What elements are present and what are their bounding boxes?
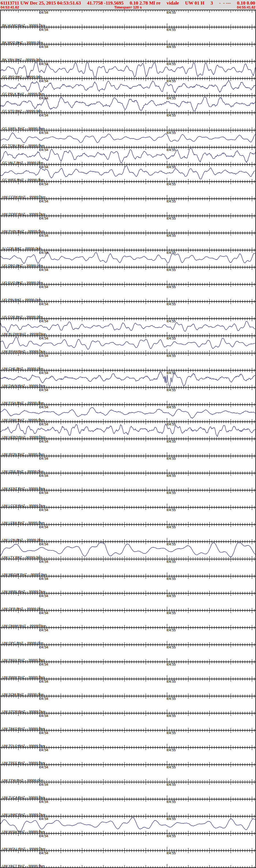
trace-row: 04:54 04:55 UW GNW BHZ -- 99999.0km <box>1 404 255 422</box>
trace-row: 04:54 04:55 UW STOR BHZ -- 99999.0km <box>1 696 255 713</box>
station-label: UW TUCA BHZ -- 99999.0km <box>2 796 45 799</box>
trace-row: 04:54 04:55 HW CCRK BHZ -- 99999.0km <box>1 181 255 198</box>
trace-row: 04:54 04:55 UO EUO BHZ -- 99999.0km <box>1 267 255 284</box>
station-label: HW CCRK BHZ -- 99999.0km <box>2 195 46 199</box>
trace-row: 04:54 04:55 UW TAKO BHZ -- 99999.0km <box>1 713 255 730</box>
trace-row: 04:54 04:55 UW YACT BHZ -- 99999.0km <box>1 850 255 867</box>
station-label: US COR BHZ -- 99999.0km <box>2 315 43 319</box>
station-label: HW DDRF BHZ -- 99999.0km <box>2 212 45 216</box>
trace-row: 04:54 04:55 HW PHIN BHZ -- 99999.0km <box>1 216 255 233</box>
trace-row: 04:54 04:55 UW IZEE BHZ -- 99999.0km <box>1 456 255 473</box>
header-bar: 61113711 UW Dec 25, 2015 04:53:51.6341.7… <box>0 0 256 10</box>
station-label: UO DBO BHZ -- 99999.0km <box>2 264 43 267</box>
trace-row: 04:54 04:55 BK HUMO BHZ -- 99999.0km <box>1 10 255 27</box>
trace-row: 04:54 04:55 UW CHE BHZ -- 99999.0km <box>1 353 255 370</box>
station-label: UW LEBA BHZ -- 99999.0km <box>2 521 44 525</box>
station-label: UW TOLO BHZ -- 99999.0km <box>2 744 45 747</box>
event-summary-segment: 0.10 2.78 Ml re <box>130 0 160 6</box>
station-label: CC SWFL BHZ -- 99999.0km <box>2 127 44 130</box>
trace-row: 04:54 04:55 UW KENT BHZ -- 99999.0km <box>1 473 255 490</box>
trace-row: 04:54 04:55 UW SQM BHZ -- 99999.0km <box>1 679 255 696</box>
station-label: BK YBH BHZ -- 99999.0km <box>2 58 42 61</box>
station-label: BK HUMO BHZ -- 99999.0km <box>2 24 45 27</box>
station-label: UW YACT BHZ -- 99999.0km <box>2 864 45 868</box>
trace-row: 04:54 04:55 UW MEGW BHZ -- 99999.0km <box>1 559 255 576</box>
window-end-time: 04:55:41.62 <box>237 6 255 9</box>
trace-row: 04:54 04:55 UW UMAT BHZ -- 99999.0km <box>1 799 255 816</box>
trace-row: 04:54 04:55 CC PRLK BHZ -- 99999.0km <box>1 78 255 95</box>
station-label: UW IRON BHZ -- 99999.0km <box>2 453 44 456</box>
trace-row: 04:54 04:55 UW WOLL BHZ -- 99999.0km <box>1 833 255 850</box>
station-label: UW RWW BHZ -- 99999.0km <box>2 676 45 679</box>
station-label: CC WIFE BHZ -- 99999.0km <box>2 178 44 182</box>
station-label: UW OMAK BHZ -- 99999.0km <box>2 624 46 628</box>
station-label: UW BRAN BHZ -- 99999.0km <box>2 350 45 353</box>
trace-row: 04:54 04:55 UW TTW BHZ -- 99999.0km <box>1 764 255 781</box>
station-label: UW FISH BHZ -- 99999.0km <box>2 401 44 405</box>
station-label: CC VALT BHZ -- 99999.0km <box>2 161 43 164</box>
station-label: UO PIN BHZ -- 99999.0km <box>2 298 41 302</box>
trace-row: 04:54 04:55 UO DBO BHZ -- 99999.0km <box>1 250 255 267</box>
trace-row: 04:54 04:55 CC SWFL BHZ -- 99999.0km <box>1 113 255 130</box>
trace-row: 04:54 04:55 UW MRBL BHZ -- 99999.0km <box>1 576 255 593</box>
event-summary-line: 61113711 UW Dec 25, 2015 04:53:51.6341.7… <box>0 0 256 6</box>
trace-row: 04:54 04:55 UW LTY BHZ -- 99999.0km <box>1 541 255 558</box>
station-label: HW PHIN BHZ -- 99999.0km <box>2 229 44 233</box>
trace-row: 04:54 04:55 UW LON BHZ -- 99999.0km <box>1 524 255 541</box>
station-label: UW TTW BHZ -- 99999.0km <box>2 779 43 782</box>
station-label: UW MEGW BHZ -- 99999.0km <box>2 573 47 576</box>
station-label: UW DAVN BHZ -- 99999.0km <box>2 384 45 388</box>
trace-row: 04:54 04:55 UO PIN BHZ -- 99999.0km <box>1 284 255 301</box>
station-label: UW LCCR BHZ -- 99999.0km <box>2 504 45 507</box>
trace-row: 04:54 04:55 CC VALT BHZ -- 99999.0km <box>1 147 255 164</box>
event-summary-segment: UW 01 H <box>185 0 204 6</box>
trace-row: 04:54 04:55 UW BLOW BHZ -- 99999.0km <box>1 318 255 336</box>
trace-row: 04:54 04:55 UW DAVN BHZ -- 99999.0km <box>1 370 255 387</box>
station-label: UW UMAT BHZ -- 99999.0km <box>2 813 45 816</box>
trace-row: 04:54 04:55 UW RWW BHZ -- 99999.0km <box>1 661 255 679</box>
trace-row: 04:54 04:55 UW TOLO BHZ -- 99999.0km <box>1 730 255 747</box>
station-label: UW MRBL BHZ -- 99999.0km <box>2 590 45 593</box>
event-summary-segment: 3 <box>211 0 213 6</box>
station-label: UO EUO BHZ -- 99999.0km <box>2 281 43 284</box>
trace-row: 04:54 04:55 UW WISH BHZ -- 99999.0km <box>1 816 255 833</box>
trace-row: 04:54 04:55 UW LEBA BHZ -- 99999.0km <box>1 507 255 524</box>
station-label: CC PRLK BHZ -- 99999.0km <box>2 92 44 96</box>
station-label: UW GNW BHZ -- 99999.0km <box>2 418 44 422</box>
trace-row: 04:54 04:55 BK MOD BHZ -- 99999.0km <box>1 27 255 44</box>
station-label: BK MOD BHZ -- 99999.0km <box>2 41 43 44</box>
station-label: UW CHE BHZ -- 99999.0km <box>2 367 43 370</box>
station-label: UW LON BHZ -- 99999.0km <box>2 538 43 541</box>
trace-row: 04:54 04:55 CC JRO BHZ -- 99999.0km <box>1 61 255 78</box>
station-label: UW TREE BHZ -- 99999.0km <box>2 761 45 765</box>
station-label: UW HEBO BHZ -- 99999.0km <box>2 435 46 439</box>
seismogram-trace-area: 04:54 04:55 BK HUMO BHZ -- 99999.0km 04:… <box>0 10 256 868</box>
trace-row: 04:54 04:55 UW IRON BHZ -- 99999.0km <box>1 439 255 456</box>
event-summary-segment: 0.10 0.00 <box>237 0 255 6</box>
station-label: UW PASS BHZ -- 99999.0km <box>2 658 45 662</box>
event-summary-segment: 41.7758 -119.5695 <box>87 0 124 6</box>
trace-row: 04:54 04:55 CC STD BHZ -- 99999.0km <box>1 95 255 113</box>
station-label: CC TCBU BHZ -- 99999.0km <box>2 144 44 147</box>
trace-row: 04:54 04:55 CC WIFE BHZ -- 99999.0km <box>1 164 255 181</box>
time-range-line: 04:53:41.62 Timespan= 120 s 04:55:41.62 <box>0 6 256 10</box>
station-label: UW KENT BHZ -- 99999.0km <box>2 487 45 490</box>
window-start-time: 04:53:41.62 <box>1 6 19 9</box>
trace-row: 04:54 04:55 UW OMAK BHZ -- 99999.0km <box>1 610 255 627</box>
station-label: UW OPC BHZ -- 99999.0km <box>2 641 43 645</box>
trace-row: 04:54 04:55 BK YBH BHZ -- 99999.0km <box>1 44 255 61</box>
trace-row: 04:54 04:55 UW LCCR BHZ -- 99999.0km <box>1 490 255 507</box>
station-label: UW IZEE BHZ -- 99999.0km <box>2 470 44 473</box>
station-label: UW WISH BHZ -- 99999.0km <box>2 830 45 833</box>
station-label: IU COR BHZ -- 99999.0km <box>2 247 41 250</box>
trace-row: 04:54 04:55 UW TUCA BHZ -- 99999.0km <box>1 782 255 799</box>
trace-row: 04:54 04:55 IU COR BHZ -- 99999.0km <box>1 233 255 250</box>
station-label: CC JRO BHZ -- 99999.0km <box>2 75 42 79</box>
station-label: UW STOR BHZ -- 99999.0km <box>2 710 45 713</box>
trace-row: 04:54 04:55 UW HEBO BHZ -- 99999.0km <box>1 422 255 439</box>
trace-row: 04:54 04:55 US COR BHZ -- 99999.0km <box>1 301 255 318</box>
trace-row: 04:54 04:55 UW OFR BHZ -- 99999.0km <box>1 593 255 610</box>
trace-row: 04:54 04:55 HW DDRF BHZ -- 99999.0km <box>1 198 255 216</box>
trace-row: 04:54 04:55 UW OPC BHZ -- 99999.0km <box>1 627 255 645</box>
trace-row: 04:54 04:55 UW BRAN BHZ -- 99999.0km <box>1 336 255 352</box>
